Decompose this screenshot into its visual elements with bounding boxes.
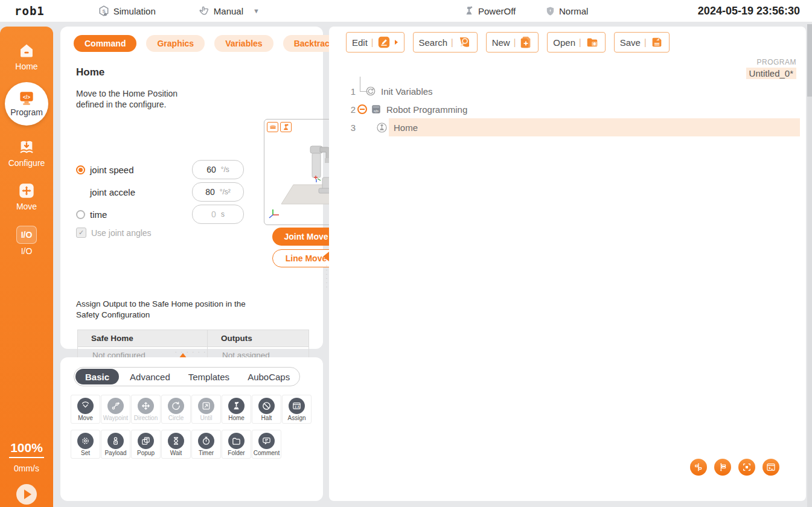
tree-row-init-variables[interactable]: 1 Init Variables [329, 82, 800, 100]
sidebar-item-configure[interactable]: Configure [0, 139, 53, 168]
halt-tool-icon [261, 401, 272, 411]
joint-accele-input[interactable]: 80 °/s² [192, 182, 244, 202]
tool-until[interactable]: Until [191, 395, 221, 424]
horizontal-resize-handle[interactable]: · · · · · · [173, 349, 209, 355]
home-icon [18, 42, 36, 59]
direction-tool-icon [141, 401, 151, 411]
tool-circle[interactable]: Circle [161, 395, 191, 424]
time-unit: s [221, 210, 225, 218]
tool-move[interactable]: Move [71, 395, 100, 424]
safety-shield-icon [545, 6, 555, 16]
tree-item-label: Home [394, 123, 418, 133]
save-button[interactable]: Save| [614, 32, 670, 53]
wait-tool-icon [171, 436, 181, 446]
tool-halt[interactable]: Halt [252, 395, 281, 424]
scrollbar-thumb[interactable] [807, 24, 812, 97]
search-button[interactable]: Search| [413, 32, 478, 53]
tree-row-home[interactable]: 3 Home [329, 118, 800, 136]
edit-label: Edit [352, 37, 368, 48]
tab-command[interactable]: Command [74, 35, 136, 52]
new-button[interactable]: New| [486, 32, 539, 53]
sidebar-item-move[interactable]: Move [0, 182, 53, 211]
home-tool-icon [231, 401, 241, 411]
command-panel-tabs: Command Graphics Variables Backtrace [60, 27, 323, 52]
terminal-button[interactable] [762, 459, 779, 476]
safe-home-note: Assign Output to the Safe Home position … [76, 299, 269, 320]
tool-direction[interactable]: Direction [131, 395, 161, 424]
search-icon [457, 35, 472, 49]
joint-accele-value: 80 [205, 187, 215, 197]
tool-popup[interactable]: Popup [131, 430, 161, 459]
tab-templates[interactable]: Templates [181, 372, 237, 382]
folder-tool-icon [231, 436, 241, 446]
sidebar-item-io[interactable]: I/O I/O [0, 226, 53, 256]
robot-toggle-button[interactable] [280, 122, 292, 132]
tool-home[interactable]: Home [222, 395, 251, 424]
svg-text:A: A [298, 406, 300, 409]
joint-speed-value: 60 [206, 165, 216, 174]
simulation-status[interactable]: S Simulation [98, 5, 156, 17]
collapse-node-icon[interactable] [357, 104, 367, 114]
power-status[interactable]: PowerOff [464, 5, 516, 16]
description-text: Move to the Home Position defined in the… [76, 88, 191, 110]
tool-waypoint[interactable]: Waypoint [101, 395, 130, 424]
collapse-all-button[interactable] [714, 459, 731, 476]
axes-icon [269, 209, 279, 218]
joint-speed-input[interactable]: 60 °/s [192, 160, 244, 179]
mode-label: Manual [214, 6, 243, 16]
speed-percent[interactable]: 100% [0, 441, 53, 458]
table-header-safe-home: Safe Home [78, 330, 208, 347]
tool-assign[interactable]: A Assign [282, 395, 312, 424]
waypoint-tool-icon [110, 401, 121, 411]
mode-selector[interactable]: Manual ▼ [198, 5, 260, 17]
tab-graphics[interactable]: Graphics [146, 35, 205, 52]
sidebar-item-label: Program [10, 107, 43, 117]
line-number: 2 [342, 104, 356, 115]
plane-toggle-button[interactable] [267, 122, 278, 132]
tab-advanced[interactable]: Advanced [123, 372, 177, 382]
vertical-resize-handle[interactable]: ······ [325, 264, 328, 289]
use-joint-angles-checkbox[interactable]: ✓ [76, 228, 86, 238]
simulation-icon: S [98, 5, 110, 17]
sidebar-item-home[interactable]: Home [0, 42, 53, 71]
program-panel: Edit| Search| New| Open| Save| PROGRAM U… [329, 27, 806, 501]
simulation-label: Simulation [113, 6, 156, 16]
play-button[interactable] [16, 484, 37, 505]
tree-connector [360, 77, 368, 92]
program-icon: </> [18, 91, 36, 106]
datetime: 2024-05-19 23:56:30 [698, 5, 800, 18]
expand-all-button[interactable] [690, 459, 707, 476]
collapse-left-panel-button[interactable] [323, 252, 329, 261]
table-header-outputs: Outputs [208, 330, 309, 347]
focus-view-button[interactable] [738, 459, 755, 476]
time-input[interactable]: 0 s [192, 205, 244, 224]
sidebar-item-program[interactable]: </> Program [0, 82, 53, 126]
tool-set[interactable]: Set [71, 430, 100, 459]
tool-folder[interactable]: Folder [222, 430, 251, 459]
edit-button[interactable]: Edit| [346, 32, 404, 53]
tool-wait[interactable]: Wait [161, 430, 191, 459]
selected-row-highlight: Home [389, 118, 800, 136]
sidebar: Home </> Program Configure Move I/O I/O … [0, 27, 53, 507]
open-folder-icon [585, 36, 599, 49]
toolbox-panel: Basic Advanced Templates AuboCaps Move W… [60, 357, 323, 501]
joint-speed-radio[interactable] [76, 165, 85, 174]
tab-variables[interactable]: Variables [214, 35, 273, 52]
scrollbar[interactable] [807, 24, 812, 507]
safety-status[interactable]: Normal [545, 6, 588, 16]
tab-aubocaps[interactable]: AuboCaps [240, 372, 297, 382]
new-label: New [492, 37, 510, 48]
open-button[interactable]: Open| [547, 32, 605, 53]
tree-row-robot-programming[interactable]: 2 </> Robot Programming [329, 100, 800, 118]
tool-payload[interactable]: Payload [101, 430, 130, 459]
time-radio[interactable] [76, 210, 85, 219]
collapse-nodes-icon [718, 462, 727, 472]
program-name[interactable]: Untitled_0* [746, 68, 796, 79]
tree-item-label: Init Variables [381, 86, 433, 97]
save-label: Save [620, 37, 641, 48]
motion-form: joint speed 60 °/s joint accele 80 °/s² … [76, 161, 244, 238]
tool-comment[interactable]: Comment [252, 430, 281, 459]
tab-basic[interactable]: Basic [75, 369, 119, 384]
tool-timer[interactable]: Timer [191, 430, 221, 459]
robot-name: rob1 [14, 4, 45, 18]
